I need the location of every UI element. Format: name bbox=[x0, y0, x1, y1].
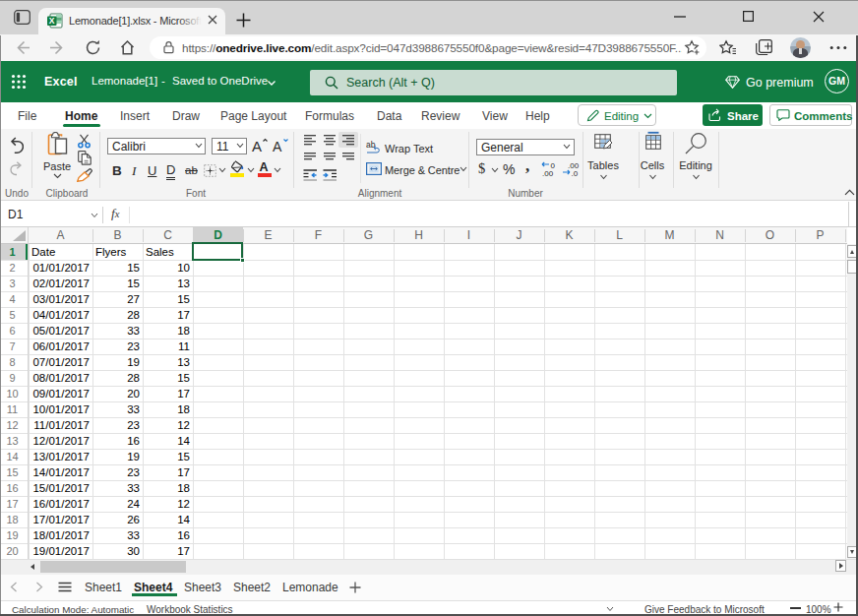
svg-text:X: X bbox=[49, 16, 55, 26]
svg-text:.00: .00 bbox=[542, 169, 554, 177]
svg-text:A: A bbox=[252, 138, 262, 154]
svg-text:A: A bbox=[273, 139, 282, 154]
